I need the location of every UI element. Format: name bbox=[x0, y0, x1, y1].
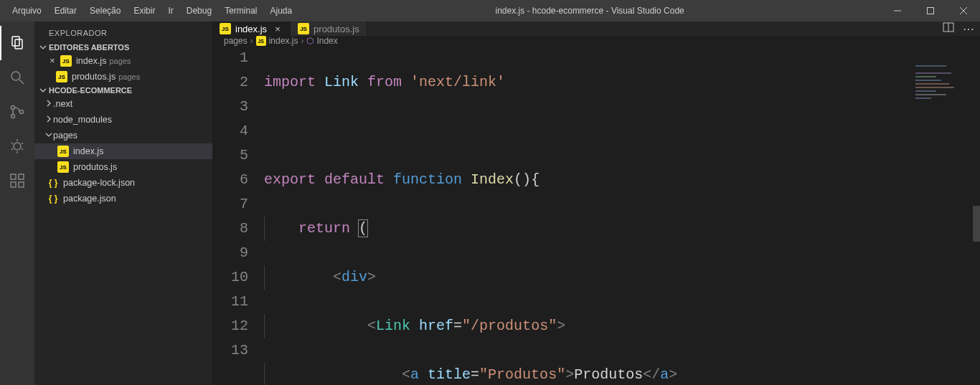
file-name: package.json bbox=[63, 194, 116, 204]
svg-rect-14 bbox=[11, 182, 16, 187]
window-title: index.js - hcode-ecommerce - Visual Stud… bbox=[298, 6, 881, 16]
project-header[interactable]: HCODE-ECOMMERCE bbox=[34, 85, 212, 96]
close-icon[interactable]: × bbox=[47, 56, 57, 66]
chevron-right-icon: › bbox=[250, 36, 253, 46]
tree-file[interactable]: { } package.json bbox=[34, 191, 212, 206]
activity-bar bbox=[0, 22, 34, 385]
breadcrumb[interactable]: pages › JS index.js › ⬡ Index bbox=[212, 36, 980, 46]
minimize-button[interactable] bbox=[881, 0, 914, 22]
tree-file[interactable]: JS produtos.js bbox=[34, 159, 212, 175]
breadcrumb-item[interactable]: Index bbox=[316, 36, 337, 46]
menu-debug[interactable]: Debug bbox=[180, 3, 218, 19]
js-file-icon: JS bbox=[56, 71, 67, 82]
sidebar: EXPLORADOR EDITORES ABERTOS × JS index.j… bbox=[34, 22, 212, 385]
folder-name: pages bbox=[53, 130, 77, 141]
close-button[interactable] bbox=[947, 0, 980, 22]
breadcrumb-item[interactable]: index.js bbox=[269, 36, 298, 46]
more-icon[interactable]: ⋯ bbox=[963, 22, 974, 36]
svg-point-6 bbox=[11, 72, 20, 80]
svg-rect-15 bbox=[19, 182, 24, 187]
open-editors-label: EDITORES ABERTOS bbox=[49, 43, 129, 52]
activity-extensions-icon[interactable] bbox=[0, 163, 34, 198]
open-editors-header[interactable]: EDITORES ABERTOS bbox=[34, 42, 212, 53]
editor-area: JS index.js × JS produtos.js ⋯ pages › J… bbox=[212, 22, 980, 385]
minimap[interactable] bbox=[913, 62, 970, 385]
open-editor-item[interactable]: × JS index.js pages bbox=[34, 53, 212, 69]
sidebar-title: EXPLORADOR bbox=[34, 22, 212, 42]
svg-rect-12 bbox=[11, 174, 16, 179]
js-file-icon: JS bbox=[57, 146, 69, 157]
file-name: index.js bbox=[73, 146, 103, 156]
window-controls bbox=[881, 0, 980, 22]
svg-rect-13 bbox=[19, 174, 24, 179]
code-editor[interactable]: 12345678910111213 import Link from 'next… bbox=[212, 46, 980, 385]
js-file-icon: JS bbox=[60, 55, 72, 67]
activity-debug-icon[interactable] bbox=[0, 129, 34, 163]
js-file-icon: JS bbox=[220, 23, 231, 34]
json-file-icon: { } bbox=[47, 193, 59, 204]
tab-index-js[interactable]: JS index.js × bbox=[212, 22, 291, 36]
activity-search-icon[interactable] bbox=[0, 60, 34, 95]
activity-explorer-icon[interactable] bbox=[0, 26, 34, 60]
js-file-icon: JS bbox=[57, 161, 69, 173]
breadcrumb-item[interactable]: pages bbox=[224, 36, 248, 46]
project-label: HCODE-ECOMMERCE bbox=[49, 86, 132, 95]
titlebar: Arquivo Editar Seleção Exibir Ir Debug T… bbox=[0, 0, 980, 22]
menubar: Arquivo Editar Seleção Exibir Ir Debug T… bbox=[0, 3, 298, 19]
chevron-down-icon bbox=[37, 43, 49, 52]
activity-scm-icon[interactable] bbox=[0, 95, 34, 129]
menu-ir[interactable]: Ir bbox=[161, 3, 179, 19]
tree-folder[interactable]: pages bbox=[34, 128, 212, 143]
tab-label: produtos.js bbox=[314, 24, 359, 34]
scrollbar-vertical[interactable] bbox=[970, 62, 980, 385]
split-editor-icon[interactable] bbox=[943, 22, 954, 36]
chevron-right-icon bbox=[44, 115, 53, 125]
tree-file[interactable]: JS index.js bbox=[34, 143, 212, 159]
maximize-button[interactable] bbox=[914, 0, 947, 22]
svg-line-7 bbox=[19, 80, 24, 84]
chevron-down-icon bbox=[44, 130, 53, 141]
svg-point-8 bbox=[11, 106, 15, 110]
chevron-right-icon: › bbox=[301, 36, 303, 46]
gutter: 12345678910111213 bbox=[212, 46, 264, 385]
svg-rect-4 bbox=[12, 37, 19, 46]
svg-point-10 bbox=[20, 110, 24, 114]
main-area: EXPLORADOR EDITORES ABERTOS × JS index.j… bbox=[0, 22, 980, 385]
tree-file[interactable]: { } package-lock.json bbox=[34, 175, 212, 191]
js-file-icon: JS bbox=[256, 36, 266, 46]
menu-arquivo[interactable]: Arquivo bbox=[6, 3, 48, 19]
folder-name: .next bbox=[53, 99, 72, 109]
svg-point-11 bbox=[14, 143, 21, 150]
menu-editar[interactable]: Editar bbox=[48, 3, 83, 19]
tabbar: JS index.js × JS produtos.js ⋯ bbox=[212, 22, 980, 36]
svg-point-9 bbox=[11, 115, 15, 118]
file-folder: pages bbox=[118, 72, 140, 81]
menu-selecao[interactable]: Seleção bbox=[83, 3, 127, 19]
svg-rect-1 bbox=[928, 8, 934, 14]
menu-exibir[interactable]: Exibir bbox=[127, 3, 161, 19]
chevron-right-icon bbox=[44, 99, 53, 110]
file-name: produtos.js bbox=[72, 72, 116, 82]
menu-ajuda[interactable]: Ajuda bbox=[264, 3, 299, 19]
file-name: package-lock.json bbox=[63, 178, 135, 188]
symbol-icon: ⬡ bbox=[306, 36, 314, 46]
tree-folder[interactable]: node_modules bbox=[34, 112, 212, 128]
folder-name: node_modules bbox=[53, 115, 112, 125]
file-name: index.js bbox=[76, 56, 106, 66]
menu-terminal[interactable]: Terminal bbox=[218, 3, 263, 19]
open-editor-item[interactable]: JS produtos.js pages bbox=[34, 69, 212, 85]
js-file-icon: JS bbox=[298, 23, 309, 34]
scrollbar-thumb[interactable] bbox=[973, 206, 980, 242]
file-name: produtos.js bbox=[73, 162, 117, 172]
tab-actions: ⋯ bbox=[943, 22, 980, 36]
tab-produtos-js[interactable]: JS produtos.js bbox=[291, 22, 367, 36]
close-icon[interactable]: × bbox=[273, 24, 283, 34]
svg-rect-5 bbox=[15, 39, 22, 49]
code-content[interactable]: import Link from 'next/link' export defa… bbox=[264, 46, 980, 385]
json-file-icon: { } bbox=[47, 177, 59, 189]
tree-folder[interactable]: .next bbox=[34, 96, 212, 112]
file-folder: pages bbox=[109, 57, 131, 65]
chevron-down-icon bbox=[37, 86, 49, 95]
tab-label: index.js bbox=[235, 24, 267, 34]
